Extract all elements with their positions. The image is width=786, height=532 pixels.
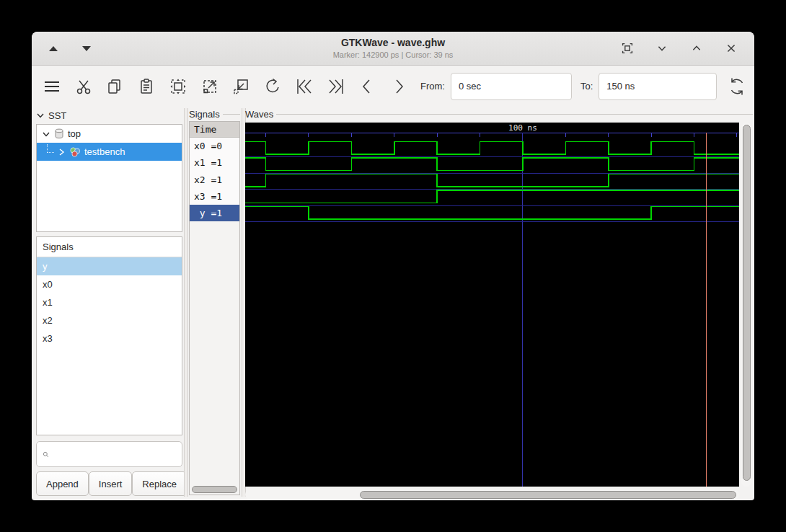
signal-list-item-x0[interactable]: x0 <box>37 275 182 293</box>
minimize-button[interactable] <box>653 40 671 57</box>
signal-search-panel: Signals y x0 x1 x2 x3 <box>36 236 182 435</box>
chevron-right-icon <box>389 76 409 97</box>
waves-hscrollbar[interactable] <box>245 489 739 500</box>
reload-button[interactable] <box>723 72 751 101</box>
signal-row-y[interactable]: y =1 <box>190 205 239 221</box>
time-header[interactable]: Time <box>190 122 239 138</box>
shade-down-button[interactable] <box>78 40 95 57</box>
signals-frame-header: Signals <box>189 108 240 120</box>
to-input[interactable] <box>599 73 717 100</box>
pane-splitter-left[interactable] <box>184 108 188 497</box>
cut-button[interactable] <box>69 72 98 101</box>
reload-icon <box>727 76 747 97</box>
tree-item-testbench[interactable]: testbench <box>37 143 182 161</box>
titlebar-left-controls <box>45 32 95 65</box>
from-label: From: <box>420 81 445 92</box>
expander-down-icon[interactable] <box>42 130 50 138</box>
search-icon <box>43 448 49 461</box>
svg-text:100 ns: 100 ns <box>508 123 537 133</box>
shade-up-button[interactable] <box>45 40 62 57</box>
expander-right-icon[interactable] <box>58 148 66 156</box>
signal-action-buttons: Append Insert Replace <box>36 471 182 496</box>
chevron-up-icon <box>689 40 705 56</box>
chevron-down-icon <box>654 40 670 56</box>
sst-panel: SST top <box>36 108 182 497</box>
module-icon <box>69 146 81 158</box>
copy-icon <box>105 77 124 96</box>
replace-button[interactable]: Replace <box>132 471 187 496</box>
signal-list-item-y[interactable]: y <box>37 257 182 275</box>
sst-header[interactable]: SST <box>36 108 182 123</box>
maximize-button[interactable] <box>688 40 705 57</box>
signal-row-x2[interactable]: x2 =1 <box>190 172 239 188</box>
undo-icon <box>263 77 282 96</box>
to-label: To: <box>580 81 593 92</box>
tree-item-label: top <box>68 128 81 139</box>
from-input[interactable] <box>451 73 572 100</box>
close-button[interactable] <box>723 40 740 57</box>
signals-panel: Signals Time x0 =0 x1 =1 x2 =1 x3 =1 y =… <box>189 108 240 497</box>
paste-button[interactable] <box>132 72 161 101</box>
copy-button[interactable] <box>101 72 130 101</box>
tree-item-top[interactable]: top <box>37 125 182 143</box>
triangle-down-icon <box>82 46 91 51</box>
frame-divider <box>276 114 753 115</box>
go-to-start-button[interactable] <box>290 72 319 101</box>
clipboard-paste-icon <box>137 77 156 96</box>
zoom-fit-button[interactable] <box>164 72 193 101</box>
signal-list-item-x1[interactable]: x1 <box>37 293 182 311</box>
signals-frame-label: Signals <box>189 109 220 120</box>
undo-button[interactable] <box>258 72 287 101</box>
fullscreen-icon <box>619 40 635 56</box>
expander-down-icon <box>36 111 45 120</box>
signal-row-x0[interactable]: x0 =0 <box>190 138 239 154</box>
signal-name-list: Time x0 =0 x1 =1 x2 =1 x3 =1 y =1 <box>189 121 240 495</box>
waves-vscrollbar[interactable] <box>741 123 751 487</box>
waveform-svg: 100 ns <box>245 123 739 487</box>
desktop: { "window": { "title": "GTKWave - wave.g… <box>0 0 786 532</box>
triangle-up-icon <box>49 46 58 51</box>
shift-left-button[interactable] <box>353 72 382 101</box>
waves-panel: Waves 100 ns <box>245 108 753 497</box>
zoom-out-button[interactable] <box>227 72 256 101</box>
zoom-in-icon <box>200 77 219 96</box>
signal-search-box[interactable] <box>36 441 182 467</box>
hierarchy-tree: top testbench <box>36 124 182 232</box>
sst-label: SST <box>48 110 66 121</box>
go-to-end-button[interactable] <box>322 72 350 101</box>
database-cylinder-icon <box>54 128 64 139</box>
zoom-out-icon <box>231 77 250 96</box>
main-content: SST top <box>32 107 754 500</box>
tree-connector-line <box>47 144 54 153</box>
signal-list-item-x3[interactable]: x3 <box>37 329 182 347</box>
search-input[interactable] <box>52 443 182 466</box>
scrollbar-thumb[interactable] <box>743 125 751 481</box>
signal-row-x1[interactable]: x1 =1 <box>190 154 239 171</box>
signal-list-header[interactable]: Signals <box>37 237 182 257</box>
titlebar[interactable]: GTKWave - wave.ghw Marker: 142900 ps | C… <box>32 32 754 66</box>
scissors-icon <box>74 77 93 96</box>
fullscreen-button[interactable] <box>619 40 636 57</box>
hamburger-menu-icon <box>43 77 61 96</box>
chevron-left-icon <box>357 76 377 97</box>
skip-to-start-icon <box>294 76 314 97</box>
zoom-fit-icon <box>169 77 187 96</box>
waves-frame-header: Waves <box>245 108 753 120</box>
shift-right-button[interactable] <box>384 72 413 101</box>
append-button[interactable]: Append <box>36 471 89 496</box>
menu-button[interactable] <box>37 72 66 101</box>
scrollbar-thumb[interactable] <box>192 486 237 493</box>
signals-hscrollbar[interactable] <box>191 485 238 493</box>
insert-button[interactable]: Insert <box>89 471 133 496</box>
frame-divider <box>223 114 240 115</box>
close-icon <box>723 40 739 56</box>
tree-item-label: testbench <box>84 146 125 157</box>
signal-row-x3[interactable]: x3 =1 <box>190 188 239 205</box>
wave-display[interactable]: 100 ns <box>245 123 739 487</box>
signal-list-item-x2[interactable]: x2 <box>37 311 182 329</box>
zoom-in-button[interactable] <box>195 72 224 101</box>
waves-frame-label: Waves <box>245 109 273 120</box>
scrollbar-thumb[interactable] <box>360 491 736 499</box>
window-controls <box>619 32 740 65</box>
toolbar: From: To: <box>32 66 754 107</box>
